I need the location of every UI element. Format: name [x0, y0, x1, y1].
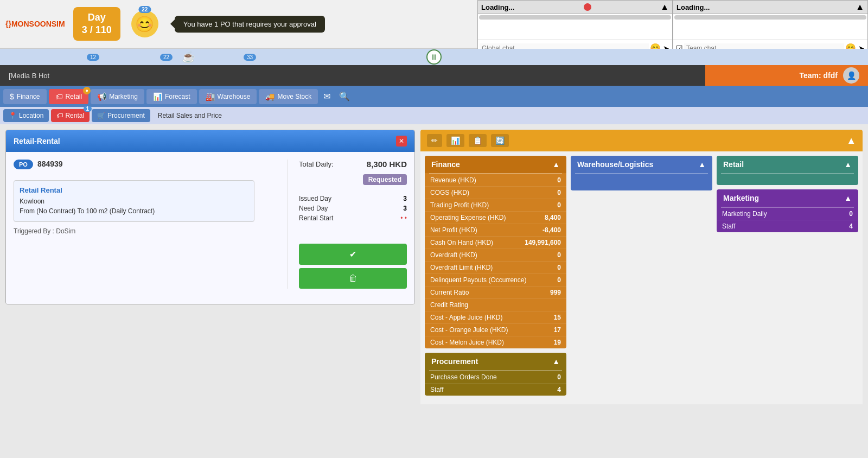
location-icon: 📍	[9, 112, 17, 119]
finance-data-row: Current Ratio999	[425, 287, 566, 299]
approve-button[interactable]: ✔	[299, 244, 407, 265]
procurement-collapse-icon: ▲	[552, 357, 560, 366]
marketing-rows: Marketing Daily0Staff4	[717, 208, 858, 232]
nav-procurement[interactable]: 🛒 Procurement	[92, 109, 150, 122]
day-badge: Day 3 / 110	[73, 7, 120, 41]
global-chat-loading: Loading...	[481, 3, 514, 11]
nav-finance[interactable]: $ Finance	[3, 89, 47, 104]
total-daily-value: 8,300 HKD	[367, 160, 407, 169]
procurement-section: Procurement ▲ Purchase Orders Done0Staff…	[425, 353, 566, 396]
team-chat-expand[interactable]: ▲	[856, 2, 864, 12]
po-detail-location: Kowloon	[20, 196, 248, 206]
po-number: 884939	[37, 160, 63, 168]
dashboard-body: Finance ▲ Revenue (HKD)0COGS (HKD)0Tradi…	[420, 151, 863, 404]
rental-icon: 🏷	[56, 112, 63, 119]
coffee-icon: ☕	[182, 50, 195, 63]
nav-movestock[interactable]: 🚚 Move Stock	[259, 89, 318, 104]
finance-data-row: Revenue (HKD)0	[425, 174, 566, 187]
dash-bar-chart-button[interactable]: 📊	[446, 134, 464, 147]
finance-section-header[interactable]: Finance ▲	[425, 156, 566, 173]
nav-marketing[interactable]: 📢 Marketing	[91, 89, 144, 104]
panel-close-button[interactable]: ✕	[396, 136, 407, 147]
dash-table-chart-button[interactable]: 📋	[469, 134, 487, 147]
app-logo: {}MONSOONSIM	[5, 20, 65, 28]
nav-location[interactable]: 📍 Location	[3, 109, 49, 122]
pause-button[interactable]: ⏸	[426, 49, 442, 65]
delete-button[interactable]: 🗑	[299, 268, 407, 289]
right-panel: ✏ 📊 📋 🔄 ▲ Finance ▲ Revenue (HKD)0COGS (…	[420, 130, 863, 404]
need-day-value: 3	[403, 205, 407, 212]
team-avatar: 👤	[843, 67, 859, 84]
notification-toast: You have 1 PO that requires your approva…	[175, 16, 325, 33]
finance-data-row: Cost - Apple Juice (HKD)15	[425, 311, 566, 324]
nav-retail[interactable]: 🏷 Retail ●	[49, 89, 89, 104]
nav-rental[interactable]: 🏷 Rental 1	[51, 109, 90, 122]
nav-forecast[interactable]: 📊 Forecast	[146, 89, 197, 104]
panel-body: PO 884939 Retail Rental Kowloon From (No…	[6, 152, 414, 304]
top-bar: {}MONSOONSIM Day 3 / 110 😊 22 You have 1…	[0, 0, 868, 49]
need-day-row: Need Day 3	[299, 205, 407, 212]
global-chat-expand[interactable]: ▲	[660, 2, 669, 12]
retail-section: Retail ▲	[717, 156, 858, 185]
dash-collapse-button[interactable]: ▲	[846, 135, 856, 147]
marketing-data-row: Staff4	[717, 220, 858, 232]
rental-start-row: Rental Start • •	[299, 214, 407, 222]
marketing-section-body: Marketing Daily0Staff4	[717, 207, 858, 232]
warehouse-collapse-icon: ▲	[698, 160, 706, 169]
finance-column: Finance ▲ Revenue (HKD)0COGS (HKD)0Tradi…	[425, 156, 566, 400]
nav-secondary: 📍 Location 🏷 Rental 1 🛒 Procurement Reta…	[0, 107, 868, 124]
finance-section: Finance ▲ Revenue (HKD)0COGS (HKD)0Tradi…	[425, 156, 566, 348]
rental-start-label: Rental Start	[299, 214, 333, 222]
finance-data-row: Overdraft Limit (HKD)0	[425, 262, 566, 274]
finance-data-row: Net Profit (HKD)-8,400	[425, 224, 566, 237]
procurement-section-header[interactable]: Procurement ▲	[425, 353, 566, 370]
search-icon: 🔍	[339, 91, 350, 101]
need-day-label: Need Day	[299, 205, 328, 212]
retail-icon: 🏷	[55, 92, 63, 101]
movestock-icon: 🚚	[265, 92, 275, 101]
avatar-area: 😊 22	[131, 10, 158, 37]
finance-data-row: Cost - Melon Juice (HKD)19	[425, 336, 566, 348]
retail-notification-dot: ●	[83, 87, 91, 94]
po-detail-contract: From (No Contract) To 100 m2 (Daily Cont…	[20, 206, 248, 216]
avatar[interactable]: 😊	[131, 10, 158, 37]
nav-warehouse[interactable]: 🏭 Warehouse	[199, 89, 257, 104]
info-bars: [Media B Hot Team: dfdf 👤	[0, 65, 868, 86]
dash-pencil-button[interactable]: ✏	[427, 134, 442, 147]
retail-empty	[717, 174, 858, 185]
finance-data-row: Trading Profit (HKD)0	[425, 199, 566, 212]
global-chat-body	[478, 21, 672, 40]
retail-section-header[interactable]: Retail ▲	[717, 156, 858, 173]
nav-search[interactable]: 🔍	[336, 88, 353, 105]
badge2-area: 22	[160, 53, 173, 61]
mail-icon: ✉	[323, 91, 330, 101]
global-chat-scrollbar[interactable]	[479, 15, 671, 20]
po-detail-box: Retail Rental Kowloon From (No Contract)…	[14, 180, 254, 222]
finance-data-row: Operating Expense (HKD)8,400	[425, 212, 566, 224]
finance-data-row: COGS (HKD)0	[425, 187, 566, 199]
finance-data-row: Cash On Hand (HKD)149,991,600	[425, 237, 566, 249]
team-chat-body	[673, 21, 867, 40]
badge1: 12	[87, 54, 99, 61]
retail-rental-panel: Retail-Rental ✕ PO 884939 Retail Rental …	[5, 130, 415, 304]
issued-day-value: 3	[403, 195, 407, 202]
po-info: PO 884939 Retail Rental Kowloon From (No…	[14, 160, 254, 235]
cart-icon: 🛒	[97, 112, 105, 119]
dash-refresh-button[interactable]: 🔄	[491, 134, 509, 147]
global-chat-close[interactable]	[584, 3, 591, 11]
marketing-section-header[interactable]: Marketing ▲	[717, 189, 858, 207]
nav-mail[interactable]: ✉	[320, 88, 334, 105]
warehouse-section-body	[571, 173, 712, 190]
team-chat-header: Loading... ▲	[673, 1, 867, 14]
main-content: Retail-Rental ✕ PO 884939 Retail Rental …	[0, 124, 868, 410]
warehouse-section-header[interactable]: Warehouse/Logistics ▲	[571, 156, 712, 173]
procurement-section-body: Purchase Orders Done0Staff4	[425, 370, 566, 396]
left-panel: Retail-Rental ✕ PO 884939 Retail Rental …	[5, 130, 415, 304]
action-buttons: ✔ 🗑	[299, 244, 407, 289]
badge1-area: 12	[87, 53, 99, 61]
retail-section-body	[717, 173, 858, 185]
po-triggered: Triggered By : DoSim	[14, 227, 254, 235]
global-chat-header: Loading... ▲	[478, 1, 672, 14]
nav-retail-sales[interactable]: Retail Sales and Price	[152, 109, 227, 122]
team-chat-scrollbar[interactable]	[674, 15, 866, 20]
